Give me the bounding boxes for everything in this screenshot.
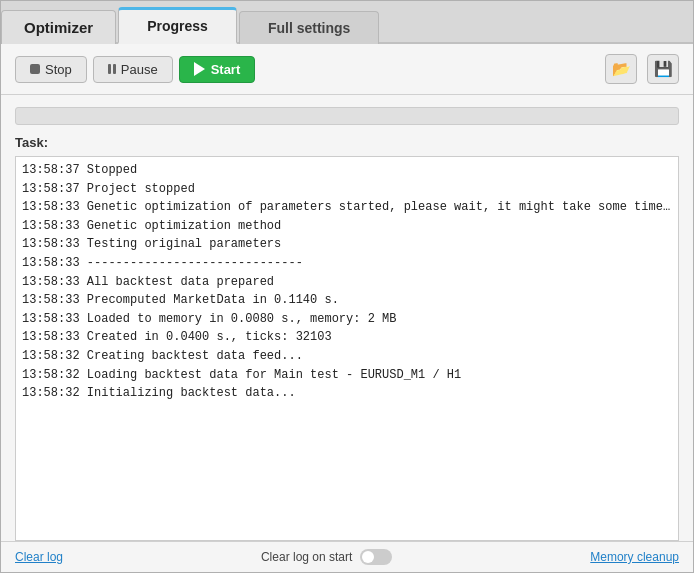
clear-log-on-start-label: Clear log on start (261, 550, 352, 564)
tab-bar: Optimizer Progress Full settings (1, 1, 693, 44)
play-icon (194, 62, 206, 76)
bottom-bar: Clear log Clear log on start Memory clea… (1, 541, 693, 572)
memory-cleanup-link[interactable]: Memory cleanup (590, 550, 679, 564)
log-line: 13:58:32 Initializing backtest data... (22, 384, 672, 403)
start-button[interactable]: Start (179, 56, 256, 83)
clear-log-on-start-toggle[interactable] (360, 549, 392, 565)
save-button[interactable]: 💾 (647, 54, 679, 84)
log-line: 13:58:33 Genetic optimization method (22, 217, 672, 236)
open-folder-button[interactable]: 📂 (605, 54, 637, 84)
pause-icon (108, 64, 116, 74)
tab-optimizer[interactable]: Optimizer (1, 10, 116, 44)
optimizer-window: Optimizer Progress Full settings Stop Pa… (0, 0, 694, 573)
stop-icon (30, 64, 40, 74)
progress-bar-container (15, 107, 679, 125)
log-line: 13:58:32 Loading backtest data for Main … (22, 366, 672, 385)
log-line: 13:58:33 Precomputed MarketData in 0.114… (22, 291, 672, 310)
bottom-center: Clear log on start (63, 549, 590, 565)
pause-label: Pause (121, 62, 158, 77)
log-line: 13:58:33 Created in 0.0400 s., ticks: 32… (22, 328, 672, 347)
log-line: 13:58:33 ------------------------------ (22, 254, 672, 273)
log-line: 13:58:37 Project stopped (22, 180, 672, 199)
log-line: 13:58:33 All backtest data prepared (22, 273, 672, 292)
log-line: 13:58:33 Loaded to memory in 0.0080 s., … (22, 310, 672, 329)
start-label: Start (211, 62, 241, 77)
tab-full-settings[interactable]: Full settings (239, 11, 379, 44)
clear-log-link[interactable]: Clear log (15, 550, 63, 564)
log-container[interactable]: 13:58:37 Stopped13:58:37 Project stopped… (15, 156, 679, 541)
toolbar: Stop Pause Start 📂 💾 (1, 44, 693, 95)
log-line: 13:58:37 Stopped (22, 161, 672, 180)
tab-progress[interactable]: Progress (118, 7, 237, 44)
folder-icon: 📂 (612, 60, 631, 78)
save-icon: 💾 (654, 60, 673, 78)
pause-button[interactable]: Pause (93, 56, 173, 83)
log-line: 13:58:33 Testing original parameters (22, 235, 672, 254)
main-content: Task: 13:58:37 Stopped13:58:37 Project s… (1, 95, 693, 541)
log-line: 13:58:33 Genetic optimization of paramet… (22, 198, 672, 217)
task-label: Task: (15, 135, 679, 150)
stop-label: Stop (45, 62, 72, 77)
log-line: 13:58:32 Creating backtest data feed... (22, 347, 672, 366)
stop-button[interactable]: Stop (15, 56, 87, 83)
